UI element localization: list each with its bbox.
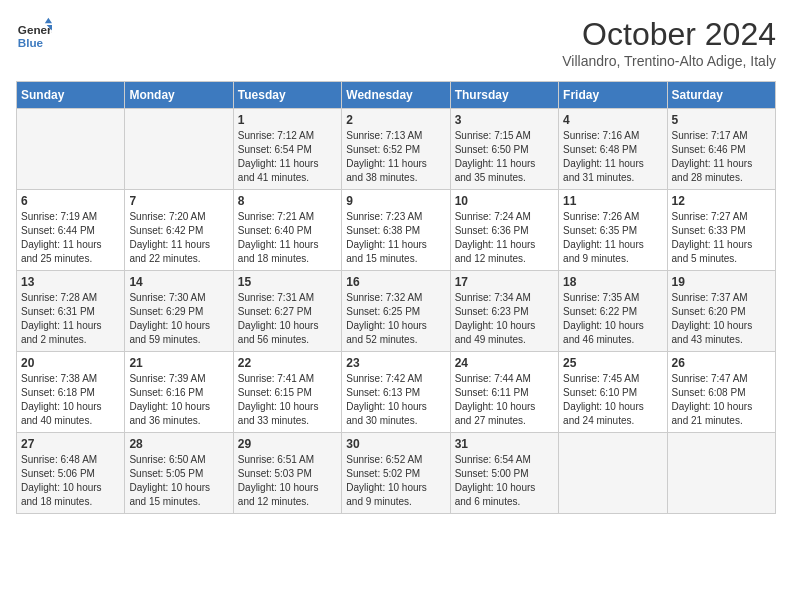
calendar-cell: 24Sunrise: 7:44 AM Sunset: 6:11 PM Dayli… xyxy=(450,352,558,433)
calendar-cell: 28Sunrise: 6:50 AM Sunset: 5:05 PM Dayli… xyxy=(125,433,233,514)
day-info: Sunrise: 7:30 AM Sunset: 6:29 PM Dayligh… xyxy=(129,291,228,347)
calendar-cell: 4Sunrise: 7:16 AM Sunset: 6:48 PM Daylig… xyxy=(559,109,667,190)
day-number: 9 xyxy=(346,194,445,208)
calendar-cell: 29Sunrise: 6:51 AM Sunset: 5:03 PM Dayli… xyxy=(233,433,341,514)
day-info: Sunrise: 7:34 AM Sunset: 6:23 PM Dayligh… xyxy=(455,291,554,347)
day-info: Sunrise: 7:44 AM Sunset: 6:11 PM Dayligh… xyxy=(455,372,554,428)
day-info: Sunrise: 7:41 AM Sunset: 6:15 PM Dayligh… xyxy=(238,372,337,428)
day-info: Sunrise: 7:31 AM Sunset: 6:27 PM Dayligh… xyxy=(238,291,337,347)
logo: General Blue xyxy=(16,16,52,52)
day-info: Sunrise: 7:28 AM Sunset: 6:31 PM Dayligh… xyxy=(21,291,120,347)
calendar-cell: 27Sunrise: 6:48 AM Sunset: 5:06 PM Dayli… xyxy=(17,433,125,514)
day-info: Sunrise: 7:47 AM Sunset: 6:08 PM Dayligh… xyxy=(672,372,771,428)
day-number: 23 xyxy=(346,356,445,370)
calendar-header: SundayMondayTuesdayWednesdayThursdayFrid… xyxy=(17,82,776,109)
day-number: 17 xyxy=(455,275,554,289)
day-info: Sunrise: 7:13 AM Sunset: 6:52 PM Dayligh… xyxy=(346,129,445,185)
day-header-sunday: Sunday xyxy=(17,82,125,109)
week-row-4: 20Sunrise: 7:38 AM Sunset: 6:18 PM Dayli… xyxy=(17,352,776,433)
day-header-wednesday: Wednesday xyxy=(342,82,450,109)
header-row: SundayMondayTuesdayWednesdayThursdayFrid… xyxy=(17,82,776,109)
day-number: 29 xyxy=(238,437,337,451)
day-number: 22 xyxy=(238,356,337,370)
day-info: Sunrise: 7:16 AM Sunset: 6:48 PM Dayligh… xyxy=(563,129,662,185)
calendar-cell: 5Sunrise: 7:17 AM Sunset: 6:46 PM Daylig… xyxy=(667,109,775,190)
calendar-cell: 18Sunrise: 7:35 AM Sunset: 6:22 PM Dayli… xyxy=(559,271,667,352)
day-info: Sunrise: 7:20 AM Sunset: 6:42 PM Dayligh… xyxy=(129,210,228,266)
day-number: 12 xyxy=(672,194,771,208)
logo-icon: General Blue xyxy=(16,16,52,52)
page-header: General Blue October 2024 Villandro, Tre… xyxy=(16,16,776,69)
month-title: October 2024 xyxy=(562,16,776,53)
calendar-cell: 17Sunrise: 7:34 AM Sunset: 6:23 PM Dayli… xyxy=(450,271,558,352)
day-number: 30 xyxy=(346,437,445,451)
calendar-cell xyxy=(559,433,667,514)
day-info: Sunrise: 7:19 AM Sunset: 6:44 PM Dayligh… xyxy=(21,210,120,266)
day-info: Sunrise: 6:50 AM Sunset: 5:05 PM Dayligh… xyxy=(129,453,228,509)
week-row-2: 6Sunrise: 7:19 AM Sunset: 6:44 PM Daylig… xyxy=(17,190,776,271)
calendar-cell: 6Sunrise: 7:19 AM Sunset: 6:44 PM Daylig… xyxy=(17,190,125,271)
day-number: 3 xyxy=(455,113,554,127)
day-info: Sunrise: 6:52 AM Sunset: 5:02 PM Dayligh… xyxy=(346,453,445,509)
day-number: 31 xyxy=(455,437,554,451)
svg-marker-2 xyxy=(45,18,52,23)
day-number: 11 xyxy=(563,194,662,208)
day-info: Sunrise: 6:48 AM Sunset: 5:06 PM Dayligh… xyxy=(21,453,120,509)
day-number: 24 xyxy=(455,356,554,370)
calendar-cell: 7Sunrise: 7:20 AM Sunset: 6:42 PM Daylig… xyxy=(125,190,233,271)
calendar-cell: 11Sunrise: 7:26 AM Sunset: 6:35 PM Dayli… xyxy=(559,190,667,271)
day-info: Sunrise: 6:54 AM Sunset: 5:00 PM Dayligh… xyxy=(455,453,554,509)
day-number: 19 xyxy=(672,275,771,289)
calendar-cell: 14Sunrise: 7:30 AM Sunset: 6:29 PM Dayli… xyxy=(125,271,233,352)
calendar-body: 1Sunrise: 7:12 AM Sunset: 6:54 PM Daylig… xyxy=(17,109,776,514)
day-number: 1 xyxy=(238,113,337,127)
day-info: Sunrise: 7:26 AM Sunset: 6:35 PM Dayligh… xyxy=(563,210,662,266)
day-number: 20 xyxy=(21,356,120,370)
day-info: Sunrise: 7:23 AM Sunset: 6:38 PM Dayligh… xyxy=(346,210,445,266)
calendar-cell: 19Sunrise: 7:37 AM Sunset: 6:20 PM Dayli… xyxy=(667,271,775,352)
svg-text:General: General xyxy=(18,23,52,36)
day-number: 26 xyxy=(672,356,771,370)
calendar-cell xyxy=(125,109,233,190)
day-number: 4 xyxy=(563,113,662,127)
calendar-cell: 3Sunrise: 7:15 AM Sunset: 6:50 PM Daylig… xyxy=(450,109,558,190)
day-header-friday: Friday xyxy=(559,82,667,109)
calendar-cell: 26Sunrise: 7:47 AM Sunset: 6:08 PM Dayli… xyxy=(667,352,775,433)
calendar-cell: 1Sunrise: 7:12 AM Sunset: 6:54 PM Daylig… xyxy=(233,109,341,190)
day-info: Sunrise: 7:27 AM Sunset: 6:33 PM Dayligh… xyxy=(672,210,771,266)
calendar-cell: 8Sunrise: 7:21 AM Sunset: 6:40 PM Daylig… xyxy=(233,190,341,271)
day-number: 16 xyxy=(346,275,445,289)
calendar-cell: 23Sunrise: 7:42 AM Sunset: 6:13 PM Dayli… xyxy=(342,352,450,433)
location-subtitle: Villandro, Trentino-Alto Adige, Italy xyxy=(562,53,776,69)
day-number: 27 xyxy=(21,437,120,451)
day-info: Sunrise: 6:51 AM Sunset: 5:03 PM Dayligh… xyxy=(238,453,337,509)
calendar-cell: 12Sunrise: 7:27 AM Sunset: 6:33 PM Dayli… xyxy=(667,190,775,271)
day-info: Sunrise: 7:21 AM Sunset: 6:40 PM Dayligh… xyxy=(238,210,337,266)
day-number: 14 xyxy=(129,275,228,289)
calendar-cell: 20Sunrise: 7:38 AM Sunset: 6:18 PM Dayli… xyxy=(17,352,125,433)
day-number: 13 xyxy=(21,275,120,289)
week-row-1: 1Sunrise: 7:12 AM Sunset: 6:54 PM Daylig… xyxy=(17,109,776,190)
calendar-cell: 2Sunrise: 7:13 AM Sunset: 6:52 PM Daylig… xyxy=(342,109,450,190)
calendar-cell: 25Sunrise: 7:45 AM Sunset: 6:10 PM Dayli… xyxy=(559,352,667,433)
calendar-cell: 22Sunrise: 7:41 AM Sunset: 6:15 PM Dayli… xyxy=(233,352,341,433)
day-header-tuesday: Tuesday xyxy=(233,82,341,109)
calendar-cell: 30Sunrise: 6:52 AM Sunset: 5:02 PM Dayli… xyxy=(342,433,450,514)
calendar-cell: 16Sunrise: 7:32 AM Sunset: 6:25 PM Dayli… xyxy=(342,271,450,352)
day-header-saturday: Saturday xyxy=(667,82,775,109)
week-row-5: 27Sunrise: 6:48 AM Sunset: 5:06 PM Dayli… xyxy=(17,433,776,514)
day-info: Sunrise: 7:42 AM Sunset: 6:13 PM Dayligh… xyxy=(346,372,445,428)
day-number: 21 xyxy=(129,356,228,370)
day-info: Sunrise: 7:35 AM Sunset: 6:22 PM Dayligh… xyxy=(563,291,662,347)
day-info: Sunrise: 7:12 AM Sunset: 6:54 PM Dayligh… xyxy=(238,129,337,185)
calendar-cell xyxy=(17,109,125,190)
day-number: 5 xyxy=(672,113,771,127)
week-row-3: 13Sunrise: 7:28 AM Sunset: 6:31 PM Dayli… xyxy=(17,271,776,352)
day-number: 28 xyxy=(129,437,228,451)
day-number: 8 xyxy=(238,194,337,208)
calendar-cell: 13Sunrise: 7:28 AM Sunset: 6:31 PM Dayli… xyxy=(17,271,125,352)
svg-text:Blue: Blue xyxy=(18,36,44,49)
day-info: Sunrise: 7:15 AM Sunset: 6:50 PM Dayligh… xyxy=(455,129,554,185)
day-info: Sunrise: 7:24 AM Sunset: 6:36 PM Dayligh… xyxy=(455,210,554,266)
calendar-cell xyxy=(667,433,775,514)
